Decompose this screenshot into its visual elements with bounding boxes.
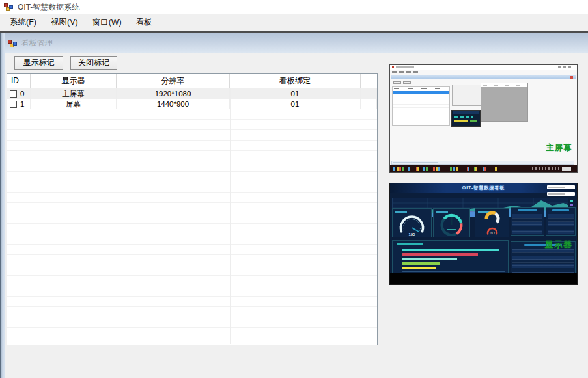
gauge-panel-2 <box>433 208 470 237</box>
row-id: 1 <box>20 100 24 108</box>
child-window-icon <box>8 39 17 48</box>
cell-resolution: 1920*1080 <box>117 88 230 99</box>
column-header-display[interactable]: 显示器 <box>31 74 117 88</box>
dashboard-table-panel <box>511 207 544 236</box>
bar-red <box>402 253 478 256</box>
gauge-panel-1: 195 <box>392 208 432 237</box>
column-header-binding[interactable]: 看板绑定 <box>230 74 361 88</box>
mini-menu-bar <box>392 71 419 73</box>
table-row[interactable]: 0 主屏幕 1920*1080 01 <box>7 88 377 99</box>
cell-binding: 01 <box>230 99 361 109</box>
bar-aqua <box>402 258 457 260</box>
menu-item-view[interactable]: 视图(V) <box>44 14 85 31</box>
row-checkbox[interactable] <box>10 90 17 98</box>
mini-selected-row <box>393 91 449 94</box>
title-bar: OIT-智慧数据系统 <box>0 0 588 14</box>
cell-filler <box>361 99 377 109</box>
table-empty-area <box>7 109 377 345</box>
mini-dashboard-header <box>453 111 479 114</box>
row-id: 0 <box>20 90 24 98</box>
table-gridline <box>31 88 31 344</box>
bar-chart-axis <box>402 271 505 272</box>
mini-system-tray <box>532 167 559 170</box>
legend-teal-swatch <box>570 200 573 202</box>
table-gridline <box>117 88 117 344</box>
table-panel-rows <box>512 214 542 234</box>
table-panel-title <box>552 209 569 211</box>
cell-binding: 01 <box>230 88 361 99</box>
dashboard-title: OIT-智慧数据看板 <box>462 185 505 191</box>
table-panel-rows <box>548 214 574 234</box>
svg-text:195: 195 <box>408 232 415 236</box>
svg-text:19.7: 19.7 <box>490 232 496 235</box>
show-marker-button[interactable]: 显示标记 <box>14 56 63 70</box>
app-window: OIT-智慧数据系统 系统(F) 视图(V) 窗口(W) 看板 看板管理 显示标… <box>0 0 588 378</box>
close-marker-button[interactable]: 关闭标记 <box>70 56 117 70</box>
dashboard-black-strip <box>390 273 577 284</box>
dashboard-input-text <box>548 193 565 195</box>
dashboard-input-box <box>547 192 575 196</box>
primary-overlay-label: 主屏幕 <box>390 142 572 154</box>
column-header-id[interactable]: ID <box>7 74 31 88</box>
mini-clock <box>562 167 571 171</box>
menu-item-system[interactable]: 系统(F) <box>3 14 44 31</box>
mini-gray-window-header <box>481 83 527 87</box>
mini-scrollbar-thumb <box>393 162 438 163</box>
menu-item-kanban[interactable]: 看板 <box>129 14 160 31</box>
table-panel-title <box>518 209 537 211</box>
speedometer-gauge-icon: 195 <box>393 211 431 237</box>
mini-button <box>393 81 401 84</box>
cell-display: 屏幕 <box>31 99 117 109</box>
app-icon <box>4 3 13 12</box>
cell-resolution: 1440*900 <box>117 99 230 109</box>
mini-taskbar <box>390 165 577 172</box>
mini-table-rows <box>393 95 449 111</box>
cell-id: 1 <box>7 99 31 109</box>
donut-gauge-icon: 19.7 <box>475 211 509 237</box>
child-icon-blue-square <box>13 42 17 46</box>
mini-child-caption <box>391 75 576 79</box>
child-window-left-border <box>0 33 5 378</box>
child-window-title: 看板管理 <box>21 38 53 49</box>
mini-button <box>403 81 411 84</box>
ring-gauge-icon <box>434 211 469 238</box>
mini-table-header <box>394 88 447 89</box>
mini-scrollbar <box>391 161 574 165</box>
preview-primary-display[interactable]: 主屏幕 <box>389 64 578 173</box>
bar-green <box>402 262 440 265</box>
row-checkbox[interactable] <box>10 101 17 108</box>
table-gridline <box>361 88 361 344</box>
child-window-caption: 看板管理 <box>0 33 588 53</box>
menu-item-window[interactable]: 窗口(W) <box>85 14 129 31</box>
dashboard-table-panel <box>546 207 576 236</box>
mini-table <box>392 86 450 126</box>
mini-window-controls <box>558 66 572 68</box>
table-panel-rows <box>512 249 574 273</box>
mini-dashboard-yellow-bar <box>454 120 468 122</box>
column-header-resolution[interactable]: 分辨率 <box>117 74 230 88</box>
secondary-overlay-label: 显示器 <box>390 239 572 250</box>
legend-purple-swatch <box>570 204 573 206</box>
display-table: ID 显示器 分辨率 看板绑定 0 主屏幕 1920*1080 01 1 屏幕 … <box>7 73 378 345</box>
preview-secondary-display[interactable]: OIT-智慧数据看板 <box>389 183 578 285</box>
mini-gray-window <box>481 83 528 122</box>
column-header-filler <box>361 74 377 88</box>
mini-taskbar-icons <box>393 167 497 171</box>
menu-bar: 系统(F) 视图(V) 窗口(W) 看板 <box>0 14 588 31</box>
table-row[interactable]: 1 屏幕 1440*900 01 <box>7 99 377 109</box>
app-icon-blue-square <box>9 5 13 9</box>
cell-filler <box>361 88 377 99</box>
bar-yellow <box>402 267 436 269</box>
mini-close-icon <box>570 76 573 79</box>
mini-dashboard-preview <box>451 110 481 127</box>
table-gridline <box>230 88 231 344</box>
gauge-panel-3: 19.7 <box>475 208 509 237</box>
mini-app-title <box>396 66 414 68</box>
cell-display: 主屏幕 <box>31 88 117 99</box>
mini-gray-window-columns <box>483 85 525 86</box>
dashboard-input-box <box>547 185 575 189</box>
dashboard-input-text <box>548 187 565 188</box>
mini-app-icon <box>392 66 394 68</box>
mini-title-bar <box>390 65 577 70</box>
mini-dashboard-green-bar <box>470 120 477 122</box>
